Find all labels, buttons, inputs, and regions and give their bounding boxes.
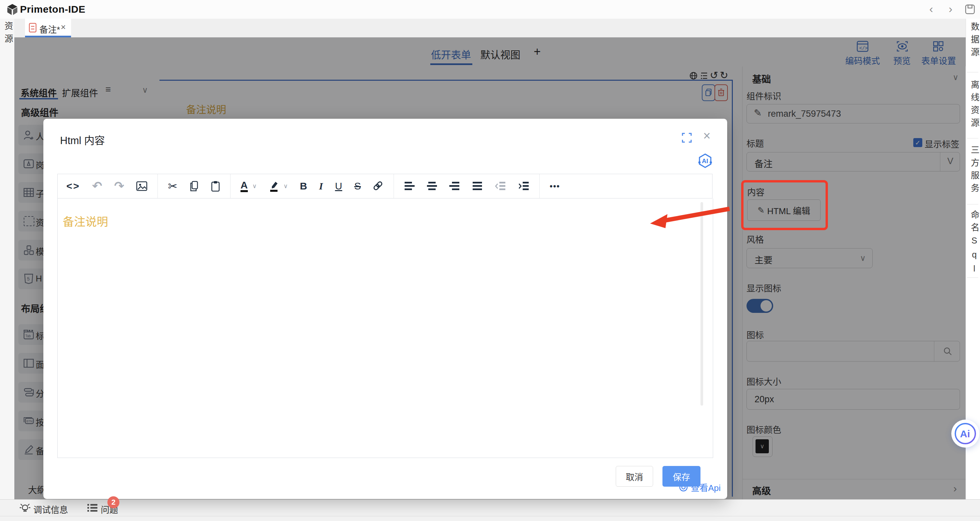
dialog-title: Html 内容 [60,132,105,147]
ai-fab-icon: Ai [953,421,978,446]
app-logo-icon [6,3,19,16]
editor-toolbar: <> ↶ ↷ ✂ A ∨ ∨ B I U S ••• [57,174,713,199]
chevron-down-icon[interactable]: ∨ [253,183,257,190]
problems-count-badge: 2 [107,496,119,508]
align-left-button[interactable] [404,181,415,191]
problems-list-icon[interactable] [88,504,97,512]
nav-back-button[interactable]: ‹ [929,2,933,15]
font-color-button[interactable]: A [240,180,248,192]
chevron-down-icon[interactable]: ∨ [283,183,288,190]
copy-button[interactable] [189,181,199,191]
paste-button[interactable] [211,181,220,192]
divider [158,174,158,198]
strikethrough-button[interactable]: S [354,181,361,191]
cut-button[interactable]: ✂ [168,181,177,192]
divider [0,516,980,516]
redo-button[interactable]: ↷ [114,180,124,192]
source-code-button[interactable]: <> [66,181,80,191]
left-rail: 资源 [0,19,15,521]
divider [967,204,978,205]
ai-assistant-icon[interactable]: AI [697,153,713,169]
align-center-button[interactable] [426,181,437,191]
ai-fab-button[interactable]: Ai [951,419,979,448]
right-rail-named-sql[interactable]: 命名Sql [968,210,980,278]
fullscreen-icon[interactable] [682,133,692,143]
html-content-dialog: Html 内容 × AI <> ↶ ↷ ✂ A ∨ ∨ B I U [43,119,727,499]
rich-text-editor[interactable] [57,199,713,458]
app-window: Primeton-IDE ‹ › 资源 备注* × 数据源 离线资源 三方服务 … [0,0,980,521]
indent-button[interactable] [518,181,529,191]
status-bar [0,499,980,521]
insert-image-button[interactable] [136,181,148,191]
divider [230,174,231,198]
debug-bug-icon[interactable] [19,502,31,514]
divider [967,138,978,138]
cancel-button[interactable]: 取消 [616,466,653,487]
underline-button[interactable]: U [335,181,342,191]
annotation-highlight-box [741,180,828,230]
right-rail-third-party-services[interactable]: 三方服务 [968,145,980,196]
document-tab-strip [14,19,966,37]
close-icon[interactable]: × [703,129,711,143]
nav-forward-button[interactable]: › [949,2,952,15]
divider [967,72,978,72]
annotation-arrow [646,200,735,233]
undo-button[interactable]: ↶ [92,180,102,192]
editor-content-text[interactable]: 备注说明 [63,213,108,229]
tab-close-icon[interactable]: × [61,22,66,32]
justify-button[interactable] [472,181,483,191]
link-button[interactable] [373,181,383,191]
outdent-button[interactable] [495,181,506,191]
divider [539,174,540,198]
save-button[interactable]: 保存 [662,466,700,487]
italic-button[interactable]: I [319,181,323,191]
bold-button[interactable]: B [300,181,307,191]
more-options-button[interactable]: ••• [550,182,560,190]
app-title: Primeton-IDE [20,4,85,15]
debug-info-button[interactable]: 调试信息 [33,503,68,515]
highlight-color-button[interactable] [269,181,279,192]
right-rail-datasource[interactable]: 数据源 [968,22,980,60]
title-bar: Primeton-IDE ‹ › [0,0,980,19]
divider [967,278,978,278]
document-tab-label: 备注* [39,23,60,35]
document-icon [29,23,37,33]
left-rail-resources[interactable]: 资源 [2,21,14,47]
svg-text:Ai: Ai [960,428,970,439]
svg-text:AI: AI [702,157,708,164]
right-rail-offline-resources[interactable]: 离线资源 [968,80,980,131]
save-icon[interactable] [965,4,975,15]
align-right-button[interactable] [449,181,460,191]
